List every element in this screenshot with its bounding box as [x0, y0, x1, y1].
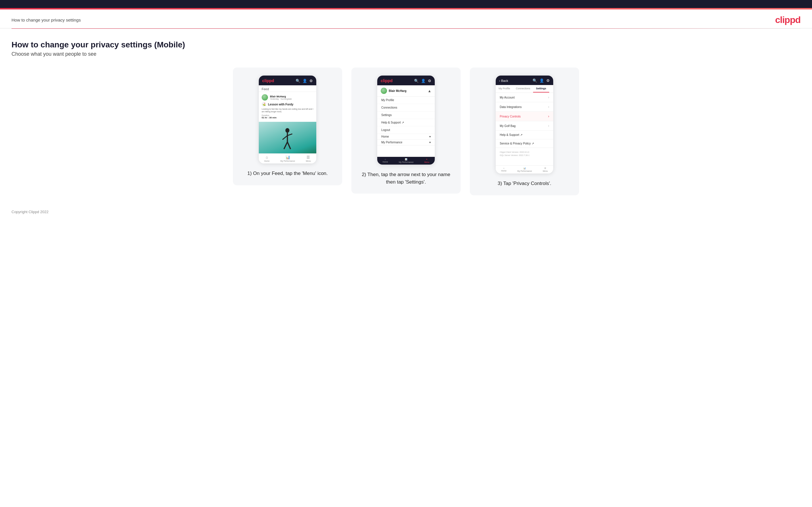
home-icon-3: ⌂ — [503, 167, 504, 169]
phone3-nav-home[interactable]: ⌂ Home — [501, 167, 507, 172]
phone2-nav-home-label: Home — [383, 161, 388, 163]
settings-icon-3: ⚙ — [546, 78, 550, 83]
phone1-duration: Duration01 hr : 30 min — [262, 114, 313, 119]
phone3-data-integrations[interactable]: Data Integrations › — [496, 102, 553, 112]
step-1-card: clippd 🔍 👤 ⚙ Feed — [233, 67, 342, 185]
phone2-nav-menu-label: Menu — [424, 161, 429, 163]
menu-icon-3: ☰ — [544, 167, 546, 169]
avatar — [262, 94, 268, 101]
phone2-nav-performance[interactable]: 📊 My Performance — [399, 158, 413, 163]
chevron-down-perf: ▾ — [429, 141, 431, 144]
phone3-privacy-controls[interactable]: Privacy Controls › — [496, 112, 553, 121]
phone3-header: ‹ Back 🔍 👤 ⚙ — [496, 75, 553, 85]
help-support-label: Help & Support ↗ — [500, 133, 522, 136]
svg-point-0 — [286, 128, 290, 133]
phone2-logo: clippd — [381, 78, 393, 83]
menu-item-logout[interactable]: Logout — [377, 126, 435, 134]
phone3-nav-home-label: Home — [501, 170, 507, 172]
phone3-nav-performance-label: My Performance — [517, 170, 532, 172]
phone1-header: clippd 🔍 👤 ⚙ — [259, 75, 316, 85]
phone3-my-golf-bag[interactable]: My Golf Bag › — [496, 121, 553, 131]
tab-settings[interactable]: Settings — [533, 85, 549, 93]
phone3-my-account[interactable]: My Account › — [496, 93, 553, 102]
step-3-card: ‹ Back 🔍 👤 ⚙ My Profile Connections Sett… — [470, 67, 579, 195]
search-icon: 🔍 — [296, 79, 300, 83]
steps-row: clippd 🔍 👤 ⚙ Feed — [11, 67, 801, 195]
nav-menu-label: Menu — [306, 160, 311, 162]
menu-item-connections[interactable]: Connections — [377, 104, 435, 111]
settings-icon-2: ⚙ — [428, 79, 431, 83]
svg-line-4 — [284, 142, 288, 149]
phone3-bottom-nav: ⌂ Home 📊 My Performance ☰ Menu — [496, 165, 553, 173]
golf-icon: ⛳ — [262, 102, 266, 107]
menu-item-settings[interactable]: Settings — [377, 111, 435, 119]
home-icon: ⌂ — [266, 155, 268, 159]
privacy-controls-label: Privacy Controls — [500, 115, 521, 118]
phone2-nav-performance[interactable]: My Performance ▾ — [377, 139, 435, 145]
phone2-header: clippd 🔍 👤 ⚙ — [377, 75, 435, 85]
search-icon-2: 🔍 — [414, 79, 419, 83]
phone3-help-support[interactable]: Help & Support ↗ — [496, 131, 553, 139]
copyright-text: Copyright Clippd 2022 — [11, 210, 49, 214]
profile-icon-2: 👤 — [421, 79, 425, 83]
main-content: How to change your privacy settings (Mob… — [0, 29, 812, 204]
step-2-card: clippd 🔍 👤 ⚙ Blair McHarg ▲ — [351, 67, 461, 193]
phone2-nav-close[interactable]: ✕ Menu — [424, 158, 429, 163]
settings-icon: ⚙ — [309, 79, 313, 83]
menu-icon: ☰ — [306, 155, 310, 159]
my-account-label: My Account — [500, 96, 515, 99]
svg-line-2 — [283, 135, 288, 139]
back-button[interactable]: ‹ Back — [499, 79, 508, 82]
phone-1-mockup: clippd 🔍 👤 ⚙ Feed — [259, 75, 316, 163]
tab-connections[interactable]: Connections — [513, 85, 533, 93]
chevron-up-icon: ▲ — [427, 89, 431, 93]
step-2-caption: 2) Then, tap the arrow next to your name… — [358, 171, 454, 185]
phone3-nav-menu[interactable]: ☰ Menu — [543, 167, 548, 172]
phone2-username: Blair McHarg — [381, 88, 407, 94]
menu-item-helpsupport[interactable]: Help & Support ↗ — [377, 119, 435, 126]
profile-icon-3: 👤 — [540, 78, 544, 83]
step-3-caption: 3) Tap 'Privacy Controls'. — [498, 180, 552, 187]
my-golf-bag-label: My Golf Bag — [500, 124, 515, 127]
phone1-bottom-nav: ⌂ Home 📊 My Performance ☰ Menu — [259, 153, 316, 163]
phone1-location: Yesterday · Sunningdale — [270, 98, 292, 100]
page-heading: How to change your privacy settings (Mob… — [11, 40, 801, 49]
phone1-icons: 🔍 👤 ⚙ — [296, 79, 313, 83]
nav-performance[interactable]: 📊 My Performance — [281, 155, 295, 162]
nav-home-label: Home — [264, 160, 270, 162]
tab-myprofile[interactable]: My Profile — [496, 85, 513, 93]
nav-home-section-label: Home — [381, 135, 389, 138]
top-bar — [0, 0, 812, 8]
phone1-post: Blair McHarg Yesterday · Sunningdale ⛳ L… — [259, 92, 316, 122]
data-integrations-label: Data Integrations — [500, 105, 521, 109]
chevron-right-privacy: › — [548, 114, 549, 118]
avatar-2 — [381, 88, 387, 94]
phone3-nav-menu-label: Menu — [543, 170, 548, 172]
phone2-nav-home[interactable]: Home ▾ — [377, 134, 435, 139]
chevron-right-account: › — [548, 95, 549, 99]
nav-home[interactable]: ⌂ Home — [264, 155, 270, 162]
close-icon-2: ✕ — [426, 158, 427, 161]
chevron-right-data: › — [548, 105, 549, 109]
step-1-caption: 1) On your Feed, tap the 'Menu' icon. — [247, 170, 328, 177]
performance-icon-3: 📊 — [523, 167, 526, 169]
search-icon-3: 🔍 — [532, 78, 537, 83]
header-title: How to change your privacy settings — [11, 17, 81, 22]
golfer-silhouette — [280, 127, 296, 153]
logo: clippd — [775, 15, 801, 25]
chevron-right-golf: › — [548, 124, 549, 128]
phone3-service-privacy[interactable]: Service & Privacy Policy ↗ — [496, 139, 553, 148]
menu-item-myprofile[interactable]: My Profile — [377, 97, 435, 104]
chevron-down-home: ▾ — [429, 135, 431, 138]
profile-icon: 👤 — [303, 79, 307, 83]
phone3-nav-performance[interactable]: 📊 My Performance — [517, 167, 532, 172]
feed-label: Feed — [259, 85, 316, 92]
phone2-nav-home[interactable]: ⌂ Home — [383, 158, 388, 163]
phone1-lesson-row: ⛳ Lesson with Fordy — [262, 102, 313, 107]
svg-line-3 — [288, 134, 293, 135]
phone1-username: Blair McHarg — [270, 95, 292, 98]
nav-menu[interactable]: ☰ Menu — [306, 155, 311, 162]
performance-icon-2: 📊 — [405, 158, 407, 161]
home-icon-2: ⌂ — [385, 158, 386, 160]
header: How to change your privacy settings clip… — [0, 9, 812, 29]
